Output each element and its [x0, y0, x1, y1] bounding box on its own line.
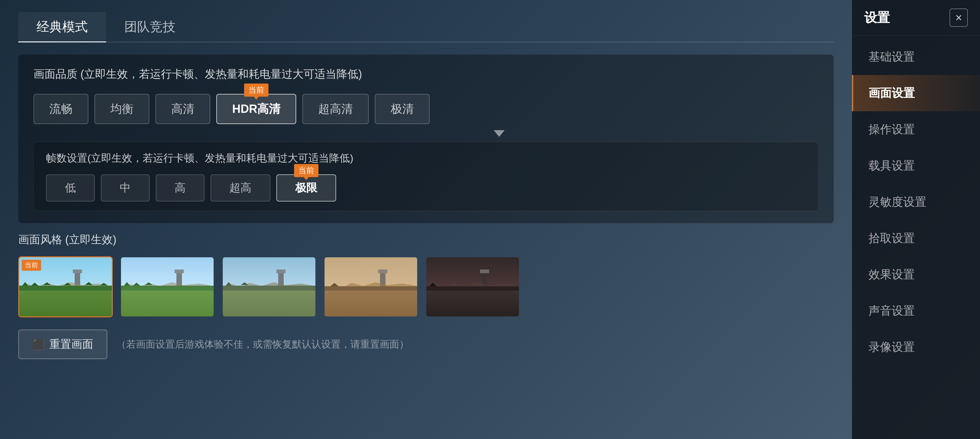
fps-medium-wrapper: 中: [101, 174, 150, 201]
sidebar-item-graphics[interactable]: 画面设置: [852, 75, 980, 111]
style-thumb-4-inner: [325, 257, 417, 316]
style5-ground: [426, 290, 519, 316]
svg-rect-21: [426, 286, 519, 291]
sidebar-item-control[interactable]: 操作设置: [852, 111, 980, 148]
reset-hint: （若画面设置后游戏体验不佳，或需恢复默认认设置，请重置画面）: [116, 338, 409, 351]
style-thumb-2-inner: [121, 257, 213, 316]
reset-section: ⬛ 重置画面 （若画面设置后游戏体验不佳，或需恢复默认认设置，请重置画面）: [18, 330, 834, 359]
reset-icon: ⬛: [32, 338, 45, 351]
sidebar-title: 设置: [864, 9, 890, 26]
style-thumb-5-inner: [426, 257, 519, 316]
svg-marker-16: [241, 282, 248, 285]
style3-trees: [223, 282, 315, 291]
svg-marker-6: [85, 282, 93, 285]
fps-current-badge: 当前: [294, 164, 318, 177]
main-content: 经典模式 团队竞技 画面品质 (立即生效，若运行卡顿、发热量和耗电量过大可适当降…: [0, 0, 852, 439]
tab-classic[interactable]: 经典模式: [18, 12, 106, 42]
fps-low-wrapper: 低: [46, 174, 95, 201]
svg-marker-4: [43, 282, 51, 285]
svg-rect-9: [121, 286, 213, 291]
mode-tabs: 经典模式 团队竞技: [18, 12, 834, 42]
sidebar-item-sound[interactable]: 声音设置: [852, 293, 980, 329]
quality-title: 画面品质 (立即生效，若运行卡顿、发热量和耗电量过大可适当降低): [33, 67, 818, 82]
svg-marker-3: [31, 283, 38, 286]
style-thumb-3-inner: [223, 257, 315, 316]
style2-trees: [121, 282, 213, 291]
style1-trees: [19, 282, 112, 291]
tab-team[interactable]: 团队竞技: [106, 12, 194, 42]
sidebar-item-vehicle[interactable]: 载具设置: [852, 148, 980, 184]
style-thumb-2[interactable]: [120, 256, 215, 318]
fps-title: 帧数设置(立即生效，若运行卡顿、发热量和耗电量过大可适当降低): [46, 151, 806, 165]
reset-button[interactable]: ⬛ 重置画面: [18, 330, 107, 359]
svg-marker-12: [145, 282, 152, 285]
fps-btn-medium[interactable]: 中: [101, 174, 150, 201]
svg-marker-2: [22, 282, 28, 286]
sidebar-item-sensitivity[interactable]: 灵敏度设置: [852, 184, 980, 220]
svg-rect-14: [223, 286, 315, 291]
svg-marker-22: [430, 283, 437, 286]
quality-ultra-wrapper: 超高清: [302, 94, 369, 124]
sidebar-item-recording[interactable]: 录像设置: [852, 329, 980, 365]
svg-marker-5: [64, 283, 71, 285]
quality-panel: 画面品质 (立即生效，若运行卡顿、发热量和耗电量过大可适当降低) 流畅 均衡 高…: [18, 54, 834, 223]
quality-balanced-wrapper: 均衡: [94, 94, 149, 124]
quality-btn-extreme[interactable]: 极清: [375, 94, 430, 124]
sidebar-item-pickup[interactable]: 拾取设置: [852, 220, 980, 256]
style1-ground: [19, 290, 112, 316]
sidebar-item-basic[interactable]: 基础设置: [852, 39, 980, 75]
quality-btn-smooth[interactable]: 流畅: [33, 94, 88, 124]
fps-panel: 帧数设置(立即生效，若运行卡顿、发热量和耗电量过大可适当降低) 低 中 高 超高: [33, 142, 818, 211]
style-thumb-3[interactable]: [222, 256, 316, 318]
style1-badge: 当前: [22, 260, 41, 271]
style4-ground: [325, 290, 417, 316]
style-thumb-4[interactable]: [324, 256, 418, 318]
quality-current-badge: 当前: [244, 83, 269, 97]
sidebar-item-effects[interactable]: 效果设置: [852, 256, 980, 293]
style-thumb-1[interactable]: 当前: [18, 256, 113, 318]
quality-extreme-wrapper: 极清: [375, 94, 430, 124]
fps-btn-high[interactable]: 高: [156, 174, 204, 201]
quality-hd-wrapper: 高清: [156, 94, 210, 124]
style3-ground: [223, 290, 315, 316]
fps-btn-low[interactable]: 低: [46, 174, 95, 201]
svg-marker-19: [331, 283, 338, 286]
style-thumbnails: 当前: [18, 256, 834, 318]
style5-trees: [426, 282, 519, 291]
svg-rect-18: [325, 286, 417, 291]
quality-hdr-wrapper: 当前 HDR高清: [216, 94, 296, 124]
quality-options-row: 流畅 均衡 高清 当前 HDR高清 超高清 极清: [33, 94, 818, 124]
quality-btn-balanced[interactable]: 均衡: [94, 94, 149, 124]
fps-high-wrapper: 高: [156, 174, 204, 201]
style-title: 画面风格 (立即生效): [18, 232, 834, 247]
fps-ultra-wrapper: 超高: [210, 174, 270, 201]
close-button[interactable]: ×: [950, 8, 968, 27]
style-section: 画面风格 (立即生效): [18, 232, 834, 318]
quality-btn-ultra[interactable]: 超高清: [302, 94, 369, 124]
sidebar-nav: 基础设置 画面设置 操作设置 载具设置 灵敏度设置 拾取设置 效果设置 声音设置…: [852, 36, 980, 439]
svg-rect-1: [19, 286, 112, 291]
quality-arrow-indicator: [494, 130, 504, 137]
svg-marker-15: [226, 282, 232, 286]
sidebar-header: 设置 ×: [852, 0, 980, 36]
svg-marker-7: [100, 283, 108, 285]
svg-marker-10: [124, 282, 130, 286]
style-thumb-5[interactable]: [425, 256, 520, 318]
quality-btn-hd[interactable]: 高清: [156, 94, 210, 124]
svg-marker-11: [133, 283, 140, 286]
fps-extreme-wrapper: 当前 极限: [277, 174, 336, 201]
quality-smooth-wrapper: 流畅: [33, 94, 88, 124]
fps-options-row: 低 中 高 超高 当前 极限: [46, 174, 806, 201]
reset-button-label: 重置画面: [49, 337, 93, 352]
fps-btn-ultra[interactable]: 超高: [210, 174, 270, 201]
sidebar: 设置 × 基础设置 画面设置 操作设置 载具设置 灵敏度设置 拾取设置 效果设置…: [852, 0, 980, 439]
style4-trees: [325, 282, 417, 291]
style2-ground: [121, 290, 213, 316]
